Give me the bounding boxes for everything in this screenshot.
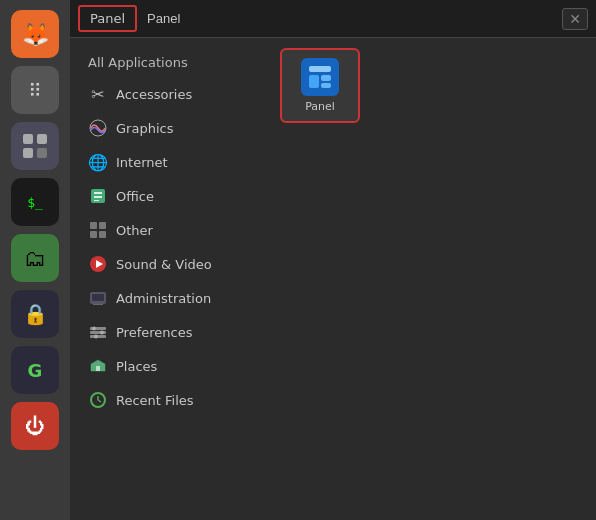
internet-icon: 🌐 xyxy=(88,152,108,172)
svg-rect-2 xyxy=(23,148,33,158)
places-label: Places xyxy=(116,359,157,374)
svg-point-22 xyxy=(92,327,96,331)
category-other[interactable]: Other xyxy=(74,214,266,246)
panel-label: Panel xyxy=(305,100,335,113)
office-label: Office xyxy=(116,189,154,204)
graphics-label: Graphics xyxy=(116,121,173,136)
accessories-icon: ✂ xyxy=(88,84,108,104)
category-accessories[interactable]: ✂ Accessories xyxy=(74,78,266,110)
panel-icon xyxy=(301,58,339,96)
category-recent-files[interactable]: Recent Files xyxy=(74,384,266,416)
office-icon xyxy=(88,186,108,206)
places-icon xyxy=(88,356,108,376)
svg-rect-31 xyxy=(309,75,319,88)
category-administration[interactable]: Administration xyxy=(74,282,266,314)
category-all-applications[interactable]: All Applications xyxy=(74,49,266,76)
sidebar-icon-ui[interactable] xyxy=(11,122,59,170)
category-sound-video[interactable]: Sound & Video xyxy=(74,248,266,280)
sidebar-icon-files[interactable]: 🗂 xyxy=(11,234,59,282)
svg-rect-3 xyxy=(37,148,47,158)
svg-rect-12 xyxy=(99,231,106,238)
accessories-label: Accessories xyxy=(116,87,192,102)
svg-rect-33 xyxy=(321,83,331,88)
category-preferences[interactable]: Preferences xyxy=(74,316,266,348)
results-area: Panel xyxy=(270,38,596,520)
other-icon xyxy=(88,220,108,240)
svg-rect-10 xyxy=(99,222,106,229)
search-bar: Panel ✕ xyxy=(70,0,596,38)
main-panel: Panel ✕ All Applications ✂ Accessories xyxy=(70,0,596,520)
category-graphics[interactable]: Graphics xyxy=(74,112,266,144)
search-clear-button[interactable]: ✕ xyxy=(562,8,588,30)
sidebar-icon-update[interactable]: G xyxy=(11,346,59,394)
sidebar-icon-lock[interactable]: 🔒 xyxy=(11,290,59,338)
all-applications-label: All Applications xyxy=(88,55,188,70)
sidebar: 🦊 ⠿ $_ 🗂 🔒 G ⏻ xyxy=(0,0,70,520)
sidebar-icon-grid[interactable]: ⠿ xyxy=(11,66,59,114)
result-panel[interactable]: Panel xyxy=(280,48,360,123)
svg-line-28 xyxy=(98,400,101,402)
sidebar-icon-terminal[interactable]: $_ xyxy=(11,178,59,226)
svg-rect-8 xyxy=(94,200,99,201)
svg-point-24 xyxy=(94,335,98,339)
svg-rect-1 xyxy=(37,134,47,144)
svg-rect-9 xyxy=(90,222,97,229)
svg-rect-16 xyxy=(92,294,104,301)
sidebar-icon-power[interactable]: ⏻ xyxy=(11,402,59,450)
preferences-icon xyxy=(88,322,108,342)
sound-video-icon xyxy=(88,254,108,274)
svg-rect-6 xyxy=(94,192,102,194)
svg-point-23 xyxy=(100,331,104,335)
category-office[interactable]: Office xyxy=(74,180,266,212)
svg-rect-0 xyxy=(23,134,33,144)
svg-rect-18 xyxy=(93,304,103,305)
other-label: Other xyxy=(116,223,153,238)
svg-rect-25 xyxy=(96,366,100,371)
search-input[interactable] xyxy=(141,7,562,30)
svg-rect-7 xyxy=(94,196,102,198)
graphics-icon xyxy=(88,118,108,138)
preferences-label: Preferences xyxy=(116,325,192,340)
administration-icon xyxy=(88,288,108,308)
administration-label: Administration xyxy=(116,291,211,306)
category-list: All Applications ✂ Accessories Graphics … xyxy=(70,38,270,520)
svg-rect-11 xyxy=(90,231,97,238)
internet-label: Internet xyxy=(116,155,168,170)
svg-rect-30 xyxy=(309,66,331,72)
svg-rect-32 xyxy=(321,75,331,81)
recent-files-icon xyxy=(88,390,108,410)
category-internet[interactable]: 🌐 Internet xyxy=(74,146,266,178)
recent-files-label: Recent Files xyxy=(116,393,194,408)
category-places[interactable]: Places xyxy=(74,350,266,382)
search-label: Panel xyxy=(78,5,137,32)
sound-video-label: Sound & Video xyxy=(116,257,212,272)
sidebar-icon-firefox[interactable]: 🦊 xyxy=(11,10,59,58)
content-area: All Applications ✂ Accessories Graphics … xyxy=(70,38,596,520)
